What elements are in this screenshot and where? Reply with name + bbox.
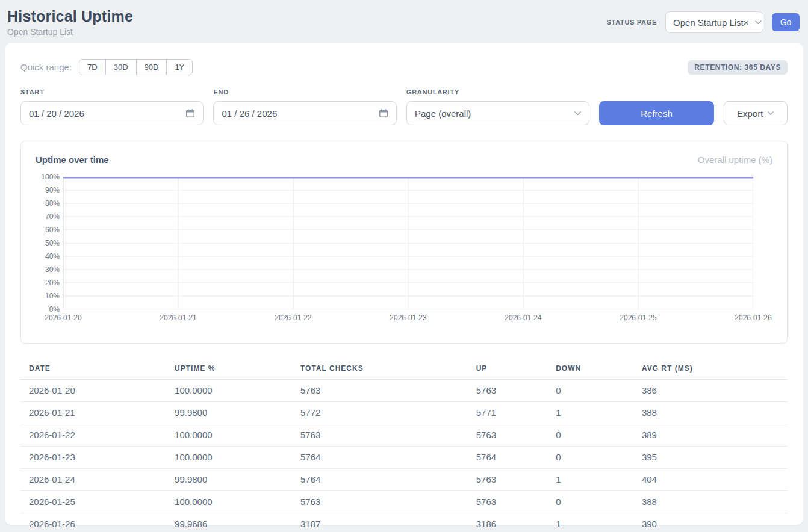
table-row: 2026-01-2199.9800577257711388 <box>20 402 788 424</box>
table-cell: 389 <box>633 424 788 447</box>
quick-range-button-90d[interactable]: 90D <box>136 60 167 75</box>
table-cell: 5763 <box>468 380 547 402</box>
x-axis-tick-label: 2026-01-21 <box>160 314 196 322</box>
x-axis-tick-label: 2026-01-20 <box>45 314 81 322</box>
table-cell: 5763 <box>292 380 468 402</box>
column-header: UPTIME % <box>166 358 292 380</box>
table-cell: 100.0000 <box>166 447 292 469</box>
y-axis-tick-label: 90% <box>45 186 60 194</box>
x-axis-tick-label: 2026-01-26 <box>735 314 771 322</box>
column-header: UP <box>468 358 547 380</box>
table-cell: 390 <box>633 513 788 532</box>
chart-title: Uptime over time <box>36 155 109 165</box>
table-cell: 99.9800 <box>166 469 292 491</box>
start-date-field-wrap: START 01 / 20 / 2026 <box>20 88 204 125</box>
quick-range-button-30d[interactable]: 30D <box>105 60 136 75</box>
page-title: Historical Uptime <box>7 8 133 25</box>
start-date-label: START <box>20 88 204 96</box>
table-cell: 0 <box>547 447 633 469</box>
x-axis-tick-label: 2026-01-23 <box>390 314 426 322</box>
granularity-selected-value: Page (overall) <box>415 108 471 119</box>
table-row: 2026-01-25100.0000576357630388 <box>20 491 788 513</box>
table-cell: 2026-01-21 <box>20 402 166 424</box>
title-block: Historical Uptime Open Startup List <box>7 8 133 37</box>
y-axis-tick-label: 0% <box>49 305 60 314</box>
start-date-value: 01 / 20 / 2026 <box>29 108 84 119</box>
uptime-line-chart <box>63 177 753 309</box>
chevron-down-icon <box>574 111 581 116</box>
table-cell: 99.9686 <box>166 513 292 532</box>
table-cell: 0 <box>547 491 633 513</box>
status-page-select[interactable]: Open Startup List× <box>665 11 763 33</box>
column-header: DOWN <box>547 358 633 380</box>
column-header: TOTAL CHECKS <box>292 358 468 380</box>
table-cell: 5763 <box>468 424 547 447</box>
end-date-field-wrap: END 01 / 26 / 2026 <box>213 88 396 125</box>
y-axis-tick-label: 70% <box>45 212 60 221</box>
table-row: 2026-01-2699.9686318731861390 <box>20 513 788 532</box>
granularity-select[interactable]: Page (overall) <box>406 101 589 125</box>
uptime-chart-card: Uptime over time Overall uptime (%) 100%… <box>20 141 788 344</box>
table-cell: 2026-01-24 <box>20 469 166 491</box>
y-axis-tick-label: 60% <box>45 226 60 234</box>
table-cell: 5764 <box>292 447 468 469</box>
table-cell: 0 <box>547 424 633 447</box>
page: Historical Uptime Open Startup List STAT… <box>0 0 808 532</box>
status-page-selected-value: Open Startup List× <box>673 17 749 28</box>
table-cell: 5763 <box>292 424 468 447</box>
table-cell: 404 <box>633 469 788 491</box>
table-cell: 5763 <box>468 469 547 491</box>
y-axis-tick-label: 10% <box>45 292 60 300</box>
table-cell: 5764 <box>292 469 468 491</box>
y-axis-tick-label: 80% <box>45 199 60 208</box>
quick-range-label: Quick range: <box>20 62 72 72</box>
filter-form-row: START 01 / 20 / 2026 END 01 / 26 / 2026 <box>20 88 788 125</box>
end-date-input[interactable]: 01 / 26 / 2026 <box>213 101 396 125</box>
chart-x-axis: 2026-01-202026-01-212026-01-222026-01-23… <box>63 314 753 327</box>
quick-range-row: Quick range: 7D30D90D1Y RETENTION: 365 D… <box>20 59 788 75</box>
go-button[interactable]: Go <box>772 13 800 31</box>
export-button[interactable]: Export <box>724 101 788 125</box>
refresh-button[interactable]: Refresh <box>599 101 713 125</box>
calendar-icon[interactable] <box>379 108 388 118</box>
table-cell: 2026-01-22 <box>20 424 166 447</box>
x-axis-tick-label: 2026-01-25 <box>620 314 656 322</box>
table-cell: 3186 <box>468 513 547 532</box>
table-cell: 5763 <box>292 491 468 513</box>
y-axis-tick-label: 40% <box>45 252 60 261</box>
table-cell: 388 <box>633 491 788 513</box>
column-header: AVG RT (MS) <box>633 358 788 380</box>
uptime-table: DATEUPTIME %TOTAL CHECKSUPDOWNAVG RT (MS… <box>20 358 788 532</box>
calendar-icon[interactable] <box>185 108 195 118</box>
page-subtitle: Open Startup List <box>7 27 133 37</box>
quick-range-button-1y[interactable]: 1Y <box>166 60 192 75</box>
quick-range-button-7d[interactable]: 7D <box>79 60 105 75</box>
table-row: 2026-01-20100.0000576357630386 <box>20 380 788 402</box>
chart-legend-label: Overall uptime (%) <box>698 155 772 165</box>
table-cell: 100.0000 <box>166 491 292 513</box>
quick-range-group-wrap: Quick range: 7D30D90D1Y <box>20 59 193 75</box>
x-axis-tick-label: 2026-01-24 <box>505 314 541 322</box>
y-axis-tick-label: 20% <box>45 279 60 287</box>
table-cell: 5764 <box>468 447 547 469</box>
table-header-row: DATEUPTIME %TOTAL CHECKSUPDOWNAVG RT (MS… <box>20 358 788 380</box>
chart-body: 100%90%80%70%60%50%40%30%20%10%0% 2026-0… <box>36 177 772 327</box>
table-cell: 5772 <box>292 402 468 424</box>
granularity-field-wrap: GRANULARITY Page (overall) <box>406 88 589 125</box>
table-cell: 1 <box>547 469 633 491</box>
chart-plot-area: 2026-01-202026-01-212026-01-222026-01-23… <box>63 177 753 327</box>
start-date-input[interactable]: 01 / 20 / 2026 <box>20 101 204 125</box>
table-cell: 2026-01-20 <box>20 380 166 402</box>
y-axis-tick-label: 30% <box>45 265 60 274</box>
table-row: 2026-01-22100.0000576357630389 <box>20 424 788 447</box>
retention-badge: RETENTION: 365 DAYS <box>688 60 788 75</box>
table-cell: 1 <box>547 513 633 532</box>
export-button-label: Export <box>737 108 763 119</box>
end-date-label: END <box>213 88 396 96</box>
table-cell: 100.0000 <box>166 424 292 447</box>
table-cell: 2026-01-23 <box>20 447 166 469</box>
top-header: Historical Uptime Open Startup List STAT… <box>0 0 808 43</box>
table-cell: 386 <box>633 380 788 402</box>
chart-y-axis: 100%90%80%70%60%50%40%30%20%10%0% <box>36 177 63 309</box>
x-axis-tick-label: 2026-01-22 <box>275 314 311 322</box>
